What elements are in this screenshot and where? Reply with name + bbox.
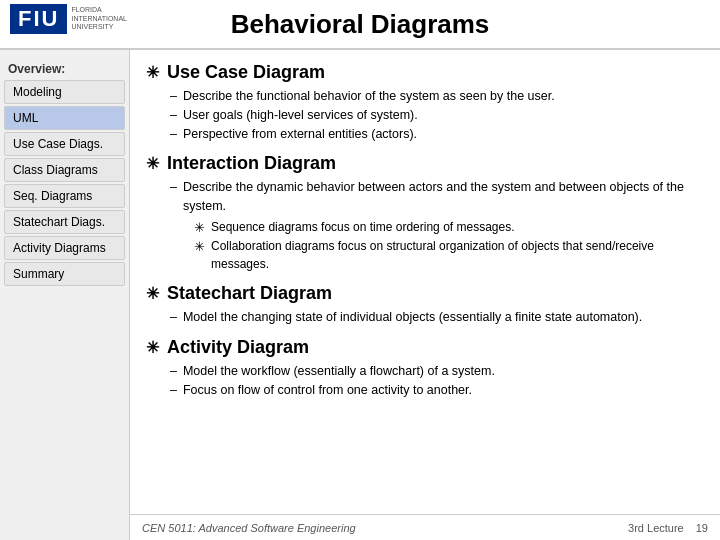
section-header-activity: ✳Activity Diagram [146, 337, 704, 358]
section-body-statechart: –Model the changing state of individual … [170, 308, 704, 327]
section-body-activity: –Model the workflow (essentially a flowc… [170, 362, 704, 400]
logo-area: FIU FLORIDA INTERNATIONAL UNIVERSITY [10, 4, 131, 34]
section-title-use-case: Use Case Diagram [167, 62, 325, 83]
sidebar-item-summary[interactable]: Summary [4, 262, 125, 286]
list-item: –Focus on flow of control from one activ… [170, 381, 704, 400]
sub-item-text: Collaboration diagrams focus on structur… [211, 237, 704, 273]
sub-bullet-icon: ✳ [194, 218, 205, 238]
content-area: ✳Use Case Diagram–Describe the functiona… [130, 50, 720, 540]
sidebar-item-activity-diagrams[interactable]: Activity Diagrams [4, 236, 125, 260]
footer-right: 3rd Lecture 19 [628, 522, 708, 534]
section-body-use-case: –Describe the functional behavior of the… [170, 87, 704, 143]
page-title: Behavioral Diagrams [231, 9, 490, 40]
dash-icon: – [170, 362, 177, 381]
dash-icon: – [170, 381, 177, 400]
list-item: –Describe the dynamic behavior between a… [170, 178, 704, 216]
section-use-case: ✳Use Case Diagram–Describe the functiona… [146, 62, 704, 143]
list-item: –Model the changing state of individual … [170, 308, 704, 327]
list-item: –User goals (high-level services of syst… [170, 106, 704, 125]
main-layout: Overview: ModelingUMLUse Case Diags.Clas… [0, 50, 720, 540]
dash-icon: – [170, 308, 177, 327]
sub-list-item: ✳Sequence diagrams focus on time orderin… [194, 218, 704, 238]
header: FIU FLORIDA INTERNATIONAL UNIVERSITY Beh… [0, 0, 720, 50]
bullet-icon: ✳ [146, 63, 159, 82]
sidebar-item-seq-diagrams[interactable]: Seq. Diagrams [4, 184, 125, 208]
section-body-interaction: –Describe the dynamic behavior between a… [170, 178, 704, 273]
footer-course: CEN 5011: Advanced Software Engineering [142, 522, 356, 534]
sidebar-item-class-diagrams[interactable]: Class Diagrams [4, 158, 125, 182]
sections: ✳Use Case Diagram–Describe the functiona… [146, 62, 704, 400]
sidebar-item-modeling[interactable]: Modeling [4, 80, 125, 104]
sidebar-item-use-case-diags[interactable]: Use Case Diags. [4, 132, 125, 156]
sub-list-item: ✳Collaboration diagrams focus on structu… [194, 237, 704, 273]
item-text: User goals (high-level services of syste… [183, 106, 418, 125]
dash-icon: – [170, 125, 177, 144]
bullet-icon: ✳ [146, 284, 159, 303]
sidebar-nav: ModelingUMLUse Case Diags.Class Diagrams… [0, 80, 129, 286]
section-header-interaction: ✳Interaction Diagram [146, 153, 704, 174]
bullet-icon: ✳ [146, 154, 159, 173]
sidebar: Overview: ModelingUMLUse Case Diags.Clas… [0, 50, 130, 540]
section-title-interaction: Interaction Diagram [167, 153, 336, 174]
sub-bullet-icon: ✳ [194, 237, 205, 257]
dash-icon: – [170, 87, 177, 106]
list-item: –Perspective from external entities (act… [170, 125, 704, 144]
bullet-icon: ✳ [146, 338, 159, 357]
footer-lecture: 3rd Lecture [628, 522, 684, 534]
section-interaction: ✳Interaction Diagram–Describe the dynami… [146, 153, 704, 273]
sidebar-item-uml[interactable]: UML [4, 106, 125, 130]
item-text: Model the changing state of individual o… [183, 308, 642, 327]
section-header-use-case: ✳Use Case Diagram [146, 62, 704, 83]
sub-item-text: Sequence diagrams focus on time ordering… [211, 218, 515, 236]
footer: CEN 5011: Advanced Software Engineering … [130, 514, 720, 540]
item-text: Model the workflow (essentially a flowch… [183, 362, 495, 381]
sub-section-interaction: ✳Sequence diagrams focus on time orderin… [194, 218, 704, 274]
sidebar-overview-label: Overview: [0, 58, 129, 78]
item-text: Perspective from external entities (acto… [183, 125, 417, 144]
dash-icon: – [170, 178, 177, 197]
logo-text: FIU [10, 4, 67, 34]
list-item: –Describe the functional behavior of the… [170, 87, 704, 106]
section-activity: ✳Activity Diagram–Model the workflow (es… [146, 337, 704, 400]
item-text: Focus on flow of control from one activi… [183, 381, 472, 400]
section-title-activity: Activity Diagram [167, 337, 309, 358]
footer-page: 19 [696, 522, 708, 534]
section-title-statechart: Statechart Diagram [167, 283, 332, 304]
item-text: Describe the functional behavior of the … [183, 87, 555, 106]
sidebar-item-statechart-diags[interactable]: Statechart Diags. [4, 210, 125, 234]
dash-icon: – [170, 106, 177, 125]
section-header-statechart: ✳Statechart Diagram [146, 283, 704, 304]
logo-sub: FLORIDA INTERNATIONAL UNIVERSITY [71, 6, 131, 31]
list-item: –Model the workflow (essentially a flowc… [170, 362, 704, 381]
section-statechart: ✳Statechart Diagram–Model the changing s… [146, 283, 704, 327]
item-text: Describe the dynamic behavior between ac… [183, 178, 704, 216]
